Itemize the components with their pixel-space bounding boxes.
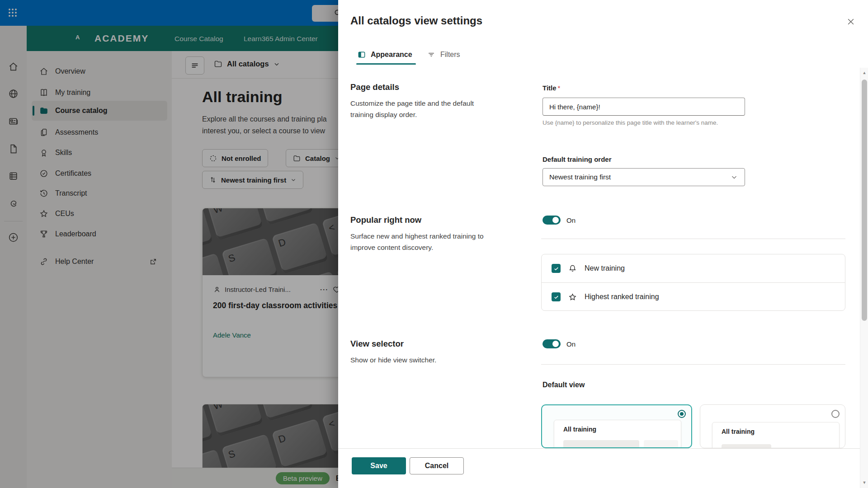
checkbox-checked[interactable]: [552, 292, 561, 301]
default-view-option-unselected[interactable]: All training: [700, 404, 845, 448]
title-input[interactable]: Hi there, {name}!: [542, 98, 745, 116]
close-button[interactable]: [844, 14, 858, 29]
section-desc-popular: Surface new and highest ranked training …: [350, 230, 484, 253]
popular-options-card: New training Highest ranked training: [541, 254, 845, 311]
title-input-value: Hi there, {name}!: [549, 103, 600, 111]
popular-toggle[interactable]: [542, 216, 561, 225]
view-preview-title: All training: [722, 428, 755, 435]
view-preview-placeholder: [722, 444, 771, 448]
section-desc-view-selector: Show or hide view switcher.: [350, 354, 436, 366]
column-divider: [541, 239, 845, 239]
desc-line: Surface new and highest ranked training …: [350, 230, 484, 242]
option-label: New training: [585, 264, 625, 272]
tab-label: Appearance: [371, 51, 412, 59]
filter-icon: [427, 50, 436, 59]
desc-line: Customize the page title and the default: [350, 98, 474, 109]
title-helper-text: Use {name} to personalize this page titl…: [542, 119, 718, 126]
dropdown-value: Newest training first: [549, 173, 730, 181]
section-heading-view-selector: View selector: [350, 339, 404, 349]
checkbox-check-icon: [553, 294, 559, 300]
cancel-button[interactable]: Cancel: [410, 457, 464, 474]
scrollbar-thumb[interactable]: [862, 80, 867, 321]
radio-selected-icon[interactable]: [678, 410, 686, 418]
scroll-down-icon[interactable]: ▼: [860, 480, 868, 485]
radio-unselected-icon[interactable]: [831, 410, 840, 418]
screen: A ACADEMY Course Catalog Learn365 Admin …: [0, 0, 868, 488]
desc-line: improve content discovery.: [350, 242, 484, 253]
checkbox-checked[interactable]: [552, 264, 561, 273]
settings-panel: All catalogs view settings Appearance Fi…: [338, 0, 868, 488]
modal-scrim: [0, 0, 338, 488]
column-divider: [541, 364, 845, 365]
option-row-highest-ranked[interactable]: Highest ranked training: [542, 283, 845, 311]
split-view-icon: [357, 50, 366, 59]
label-text: Title: [542, 84, 557, 92]
popular-toggle-state: On: [566, 216, 576, 224]
desc-line: training display order.: [350, 109, 474, 120]
view-selector-toggle[interactable]: [542, 339, 561, 348]
view-preview: All training: [554, 420, 681, 448]
panel-footer: Save Cancel: [338, 448, 868, 488]
view-selector-toggle-state: On: [566, 340, 576, 348]
toggle-knob: [552, 341, 559, 347]
scroll-up-icon[interactable]: ▲: [860, 70, 868, 75]
view-preview-placeholder: [563, 440, 639, 448]
title-field-label: Title*: [542, 84, 560, 92]
view-preview-title: All training: [563, 426, 596, 433]
default-view-label: Default view: [542, 381, 585, 389]
toggle-knob: [552, 217, 559, 223]
section-heading-page-details: Page details: [350, 82, 399, 92]
active-tab-underline: [356, 63, 416, 65]
star-icon: [568, 292, 577, 302]
order-field-label: Default training order: [542, 155, 612, 163]
panel-title: All catalogs view settings: [350, 14, 482, 27]
close-icon: [846, 17, 855, 26]
save-button[interactable]: Save: [352, 457, 406, 474]
panel-scrollbar[interactable]: ▲ ▼: [860, 68, 868, 488]
tab-appearance[interactable]: Appearance: [357, 44, 412, 65]
option-row-new-training[interactable]: New training: [542, 254, 845, 282]
view-preview-placeholder: [644, 440, 678, 448]
tab-label: Filters: [440, 51, 460, 59]
training-order-dropdown[interactable]: Newest training first: [542, 168, 745, 186]
default-view-option-selected[interactable]: All training: [541, 404, 692, 448]
view-preview: All training: [712, 422, 840, 448]
checkbox-check-icon: [553, 266, 559, 272]
required-asterisk: *: [558, 84, 561, 92]
section-heading-popular: Popular right now: [350, 215, 421, 225]
section-desc-page-details: Customize the page title and the default…: [350, 98, 474, 120]
tab-filters[interactable]: Filters: [427, 44, 460, 65]
chevron-down-icon: [730, 173, 738, 181]
option-label: Highest ranked training: [585, 293, 659, 301]
bell-icon: [568, 264, 577, 273]
